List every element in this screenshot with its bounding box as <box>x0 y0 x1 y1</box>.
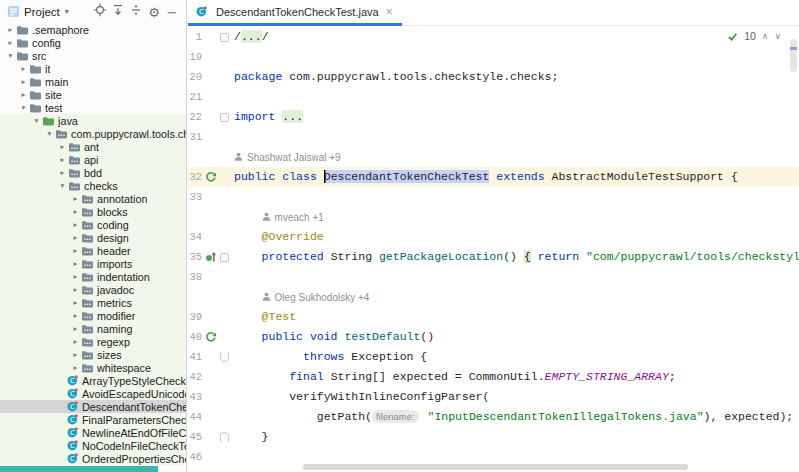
view-options-icon[interactable] <box>127 1 145 19</box>
code-text[interactable]: } <box>230 427 799 447</box>
code-text[interactable]: throws Exception { <box>230 347 799 367</box>
chevron-collapsed-icon[interactable]: ▸ <box>71 337 80 346</box>
chevron-collapsed-icon[interactable]: ▸ <box>58 155 67 164</box>
tree-item-newlineatendoffilechecktest[interactable]: CNewlineAtEndOfFileCheckTest <box>0 426 186 439</box>
hide-panel-icon[interactable]: − <box>163 4 181 22</box>
run-test-gutter-icon[interactable] <box>203 171 218 184</box>
tree-item-src[interactable]: ▾src <box>0 49 186 62</box>
chevron-collapsed-icon[interactable]: ▸ <box>6 38 15 47</box>
tree-item-arraytypestylechecktest[interactable]: CArrayTypeStyleCheckTest <box>0 374 186 387</box>
collapse-all-icon[interactable] <box>109 1 127 19</box>
vertical-scrollbar[interactable] <box>790 39 797 72</box>
horizontal-scrollbar[interactable] <box>303 464 688 470</box>
tree-item-descendanttokenchecktest[interactable]: CDescendantTokenCheckTest <box>0 400 186 413</box>
tree-item-modifier[interactable]: ▸modifier <box>0 309 186 322</box>
prev-highlight-icon[interactable]: ∧ <box>762 31 769 41</box>
chevron-collapsed-icon[interactable]: ▸ <box>71 207 80 216</box>
chevron-collapsed-icon[interactable]: ▸ <box>58 142 67 151</box>
chevron-collapsed-icon[interactable]: ▸ <box>71 246 80 255</box>
tree-item-api[interactable]: ▸api <box>0 153 186 166</box>
code-editor[interactable]: 1/.../1920package com.puppycrawl.tools.c… <box>188 27 799 472</box>
chevron-expanded-icon[interactable]: ▾ <box>6 51 15 60</box>
tree-item-blocks[interactable]: ▸blocks <box>0 205 186 218</box>
chevron-collapsed-icon[interactable]: ▸ <box>19 77 28 86</box>
chevron-down-icon[interactable]: ▾ <box>65 7 69 16</box>
tree-item-whitespace[interactable]: ▸whitespace <box>0 361 186 374</box>
tab-descendant-token-check-test[interactable]: C DescendantTokenCheckTest.java × <box>188 0 402 26</box>
fold-marker[interactable] <box>218 253 230 262</box>
tree-item-com-puppycrawl-tools-checkstyle[interactable]: ▾com.puppycrawl.tools.checkstyle <box>0 127 186 140</box>
chevron-collapsed-icon[interactable]: ▸ <box>71 363 80 372</box>
chevron-expanded-icon[interactable]: ▾ <box>58 181 67 190</box>
partial-tree-item[interactable] <box>0 466 158 472</box>
chevron-collapsed-icon[interactable]: ▸ <box>58 168 67 177</box>
chevron-expanded-icon[interactable]: ▾ <box>45 129 54 138</box>
tree-item-bdd[interactable]: ▸bdd <box>0 166 186 179</box>
code-text[interactable]: protected String getPackageLocation() { … <box>230 247 799 267</box>
chevron-collapsed-icon[interactable]: ▸ <box>19 64 28 73</box>
settings-gear-icon[interactable]: ⚙ <box>145 4 163 22</box>
chevron-collapsed-icon[interactable]: ▸ <box>71 285 80 294</box>
tree-item--semaphore[interactable]: ▸.semaphore <box>0 23 186 36</box>
run-test-gutter-icon[interactable] <box>203 331 218 344</box>
inspections-count[interactable]: 10 <box>744 30 756 42</box>
tree-item-config[interactable]: ▸config <box>0 36 186 49</box>
locate-icon[interactable] <box>91 1 109 19</box>
code-text[interactable]: @Test <box>230 307 799 327</box>
tree-item-regexp[interactable]: ▸regexp <box>0 335 186 348</box>
code-text[interactable]: final String[] expected = CommonUtil.EMP… <box>230 367 799 387</box>
code-text[interactable]: public class DescendantTokenCheckTest ex… <box>230 167 799 187</box>
chevron-collapsed-icon[interactable]: ▸ <box>71 259 80 268</box>
chevron-expanded-icon[interactable]: ▾ <box>19 103 28 112</box>
code-text[interactable]: @Override <box>230 227 799 247</box>
tree-item-imports[interactable]: ▸imports <box>0 257 186 270</box>
tree-item-site[interactable]: ▸site <box>0 88 186 101</box>
tree-item-naming[interactable]: ▸naming <box>0 322 186 335</box>
chevron-collapsed-icon[interactable]: ▸ <box>71 272 80 281</box>
chevron-collapsed-icon[interactable]: ▸ <box>71 220 80 229</box>
code-text[interactable]: getPath(filename: "InputDescendantTokenI… <box>230 407 799 427</box>
tree-item-ant[interactable]: ▸ant <box>0 140 186 153</box>
tree-item-indentation[interactable]: ▸indentation <box>0 270 186 283</box>
code-text[interactable]: verifyWithInlineConfigParser( <box>230 387 799 407</box>
tree-item-it[interactable]: ▸it <box>0 62 186 75</box>
tree-item-avoidescapedunicodecharactersche[interactable]: CAvoidEscapedUnicodeCharactersChe <box>0 387 186 400</box>
tree-item-sizes[interactable]: ▸sizes <box>0 348 186 361</box>
tree-item-orderedpropertieschecktest[interactable]: COrderedPropertiesCheckTest <box>0 452 186 465</box>
chevron-expanded-icon[interactable]: ▾ <box>32 116 41 125</box>
tree-item-checks[interactable]: ▾checks <box>0 179 186 192</box>
tree-item-annotation[interactable]: ▸annotation <box>0 192 186 205</box>
tree-item-nocodeinfilechecktest[interactable]: CNoCodeInFileCheckTest <box>0 439 186 452</box>
fold-marker[interactable] <box>218 113 230 122</box>
code-vision-authors[interactable]: Oleg Sukhodolsky +4 <box>230 292 799 303</box>
tree-item-header[interactable]: ▸header <box>0 244 186 257</box>
code-text[interactable]: /.../ <box>230 27 799 47</box>
chevron-collapsed-icon[interactable]: ▸ <box>71 350 80 359</box>
chevron-collapsed-icon[interactable]: ▸ <box>71 194 80 203</box>
code-text[interactable]: import ... <box>230 107 799 127</box>
project-view-title[interactable]: Project <box>24 6 60 18</box>
next-highlight-icon[interactable]: ∨ <box>774 31 781 41</box>
tree-item-coding[interactable]: ▸coding <box>0 218 186 231</box>
chevron-collapsed-icon[interactable]: ▸ <box>71 311 80 320</box>
tree-item-design[interactable]: ▸design <box>0 231 186 244</box>
chevron-collapsed-icon[interactable]: ▸ <box>71 324 80 333</box>
code-vision-authors[interactable]: mveach +1 <box>230 212 799 223</box>
code-vision-authors[interactable]: Shashwat Jaiswal +9 <box>230 152 799 163</box>
chevron-collapsed-icon[interactable]: ▸ <box>71 233 80 242</box>
close-icon[interactable]: × <box>386 5 393 19</box>
tree-item-main[interactable]: ▸main <box>0 75 186 88</box>
tree-item-metrics[interactable]: ▸metrics <box>0 296 186 309</box>
tree-item-test[interactable]: ▾test <box>0 101 186 114</box>
chevron-collapsed-icon[interactable]: ▸ <box>71 298 80 307</box>
code-text[interactable]: public void testDefault() <box>230 327 799 347</box>
chevron-collapsed-icon[interactable]: ▸ <box>19 90 28 99</box>
fold-marker[interactable] <box>218 33 230 42</box>
chevron-collapsed-icon[interactable]: ▸ <box>6 25 15 34</box>
code-text[interactable]: package com.puppycrawl.tools.checkstyle.… <box>230 67 799 87</box>
tree-item-javadoc[interactable]: ▸javadoc <box>0 283 186 296</box>
overrides-method-gutter-icon[interactable] <box>203 251 218 264</box>
tree-item-java[interactable]: ▾java <box>0 114 186 127</box>
fold-marker[interactable] <box>218 352 230 362</box>
fold-marker[interactable] <box>218 432 230 442</box>
